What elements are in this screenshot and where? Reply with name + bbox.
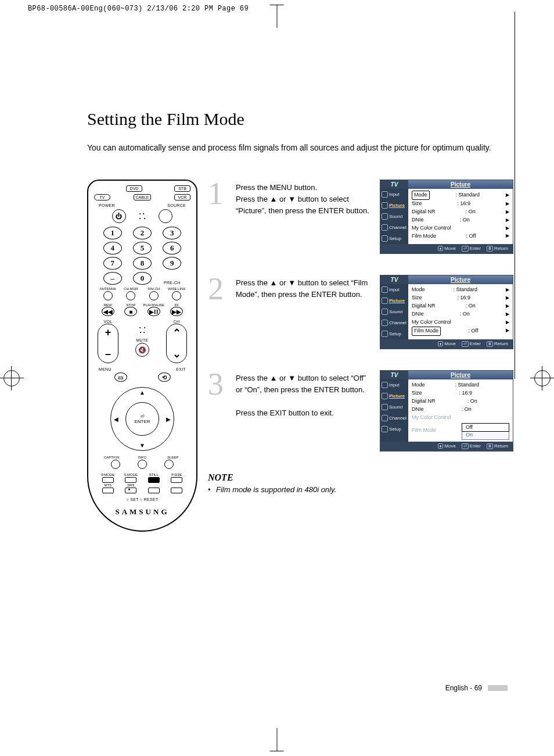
crop-mark-top [277,5,278,28]
osd-val-film: : Off [469,327,479,335]
osd-row-dnie: DNIe [412,310,424,318]
page-title: Setting the Film Mode [87,109,513,129]
menu-label: MENU [99,367,111,371]
btn-play: ▶II [148,307,160,316]
steps-column: 1 Press the MENU button. Press the ▲ or … [208,180,513,532]
footer-text: English - 69 [445,684,482,692]
osd-row-dnie: DNIe [412,216,424,224]
key-3: 3 [163,227,181,239]
print-job-line: BP68-00586A-00Eng(060~073) 2/13/06 2:20 … [28,5,249,13]
osd-bar-return: Return [494,341,508,346]
note-heading: NOTE [208,472,513,483]
osd-row-size: Size [412,389,422,397]
osd-nav-setup: Setup [389,236,401,241]
trim-line [515,12,515,379]
source-tv: TV [94,194,110,200]
osd-nav-channel: Channel [389,415,406,421]
keypad: 1 2 3 4 5 6 7 8 9 – 0 PRE-CH [94,224,190,287]
osd-bar-move: Move [444,443,456,449]
lbl-psize: P.SIZE [166,473,189,476]
key-0: 0 [133,272,152,285]
source-label: SOURCE [167,203,186,207]
prech-label: PRE-CH [159,281,186,285]
osd-val-mode: : Standard [455,191,480,199]
menu-button: ▭ [114,372,127,382]
osd-row-mode: Mode [412,286,425,294]
source-button [159,209,172,223]
registration-mark-right [534,370,551,386]
btn-stop: ■ [124,307,137,316]
step-1: 1 Press the MENU button. Press the ▲ or … [208,180,513,254]
osd-val-dnr: : On [466,208,476,216]
step-number: 2 [208,275,228,349]
osd-row-dnr: Digital NR [412,397,436,406]
osd-screenshot-1: TVPicture Input Picture Sound Channel Se… [380,180,513,254]
osd-bar-enter: Enter [470,341,481,346]
osd-nav-channel: Channel [389,225,406,230]
osd-bar-enter: Enter [470,246,481,251]
osd-row-film: Film Mode [412,232,436,241]
brand-logo: SAMSUNG [94,507,190,517]
osd-tv: TV [380,275,408,284]
lbl-srs: SRS [120,483,143,487]
power-button: ⏻ [112,209,126,223]
osd-main: Mode: Standard▶ Size: 16:9▶ Digital NR: … [408,189,513,244]
lbl-favch: FAV.CH [142,287,166,291]
lbl-info: INFO [127,456,158,459]
osd-nav-picture: Picture [389,393,405,399]
osd-nav-sound: Sound [389,309,402,314]
source-cable: CABLE [134,194,152,200]
osd-title: Picture [408,180,513,189]
step-2: 2 Press the ▲ or ▼ button to select “Fil… [208,275,513,349]
osd-bar-move: Move [444,246,456,251]
intro-text: You can automatically sense and process … [87,142,499,154]
power-label: POWER [99,203,115,207]
osd-row-mcc: My Color Control [412,318,451,327]
step-number: 1 [208,180,228,254]
osd-val-dnie: : On [462,406,472,414]
step-3: 3 Press the ▲ or ▼ button to select “Off… [208,370,513,452]
osd-row-mode: Mode [412,381,425,389]
osd-screenshot-3: TVPicture Input Picture Sound Channel Se… [380,370,513,452]
osd-row-film: Film Mode [412,427,436,435]
osd-val-size: : 16:9 [459,389,472,397]
lbl-smode: S.MODE [120,473,143,476]
lbl-pmode: P.MODE [96,473,120,476]
mute-label: MUTE [135,338,149,342]
key-dash: – [103,272,122,285]
osd-row-dnr: Digital NR [412,208,436,216]
key-9: 9 [163,257,181,270]
osd-val-mode: : Standard [453,286,477,294]
key-4: 4 [103,242,122,255]
osd-val-size: : 16:9 [457,200,470,208]
dpad: ▲ ▼ ◀ ▶ ⏎ENTER [110,387,174,451]
step-text: Press the ▲ or ▼ button to select “Film … [236,275,372,349]
lbl-still: STILL [142,473,166,476]
key-1: 1 [103,227,122,239]
osd-row-size: Size [412,200,422,208]
lbl-mts: MTS [96,483,120,487]
osd-tv: TV [380,180,408,189]
key-5: 5 [133,242,152,255]
osd-screenshot-2: TVPicture Input Picture Sound Channel Se… [380,275,513,349]
key-2: 2 [133,227,152,239]
osd-title: Picture [408,371,513,379]
osd-opt-off: Off [462,423,509,432]
remote-illustration: DVD STB TV CABLE VCR POWER SOURCE ⏻ ∘ ∘∘… [87,180,197,532]
osd-tv: TV [380,371,408,379]
osd-bar-enter: Enter [470,443,481,449]
osd-opt-on: On [462,431,509,439]
lbl-wiselink: WISE LINK [166,287,189,291]
osd-nav-setup: Setup [389,331,401,336]
exit-label: EXIT [176,367,186,371]
osd-val-mode: : Standard [455,381,479,389]
exit-button: ⟲ [158,372,171,382]
lbl-sleep: SLEEP [157,456,188,459]
registration-mark-left [3,370,20,386]
source-stb: STB [174,185,190,192]
btn-ff: ▶▶ [170,307,183,316]
osd-nav-sound: Sound [389,214,402,219]
osd-nav-picture: Picture [389,298,405,303]
osd-nav-sound: Sound [389,404,402,410]
osd-bar-move: Move [444,341,456,346]
